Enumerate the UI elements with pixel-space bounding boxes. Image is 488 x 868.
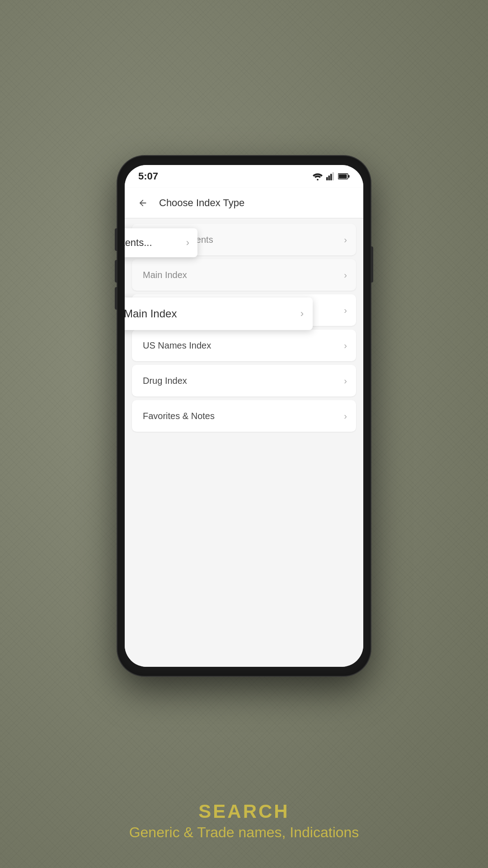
battery-icon bbox=[338, 173, 350, 180]
chevron-toc-icon: › bbox=[344, 235, 347, 245]
chevron-canadian-icon: › bbox=[344, 305, 347, 316]
back-button[interactable] bbox=[134, 194, 152, 212]
list-item-us-label: US Names Index bbox=[143, 340, 211, 351]
wifi-icon bbox=[313, 172, 323, 180]
app-header: Choose Index Type bbox=[125, 188, 363, 218]
svg-rect-3 bbox=[330, 174, 332, 180]
tooltip-toc[interactable]: Table of Contents... › bbox=[125, 228, 197, 257]
phone-screen: 5:07 bbox=[125, 165, 363, 667]
list-item-main-label: Main Index bbox=[143, 270, 187, 280]
svg-rect-4 bbox=[333, 172, 334, 180]
list-item-favorites-label: Favorites & Notes bbox=[143, 411, 215, 421]
list-item-favorites[interactable]: Favorites & Notes › bbox=[132, 400, 356, 432]
index-list: Table of Contents › Table of Contents...… bbox=[125, 218, 363, 437]
tooltip-toc-chevron-icon: › bbox=[186, 237, 189, 249]
back-arrow-icon bbox=[138, 198, 148, 208]
chevron-main-icon: › bbox=[344, 270, 347, 280]
chevron-drug-icon: › bbox=[344, 376, 347, 386]
content-area: Table of Contents › Table of Contents...… bbox=[125, 218, 363, 667]
tooltip-main-chevron-icon: › bbox=[300, 308, 304, 320]
list-item-us[interactable]: US Names Index › bbox=[132, 330, 356, 361]
svg-rect-2 bbox=[328, 175, 330, 180]
status-time: 5:07 bbox=[138, 170, 158, 182]
status-bar: 5:07 bbox=[125, 165, 363, 188]
tooltip-main-label: Main Index bbox=[125, 307, 177, 320]
chevron-us-icon: › bbox=[344, 340, 347, 351]
bottom-search-subtitle: Generic & Trade names, Indications bbox=[0, 824, 488, 841]
svg-rect-6 bbox=[339, 175, 347, 179]
status-icons bbox=[313, 172, 350, 180]
list-item-toc[interactable]: Table of Contents › Table of Contents...… bbox=[132, 224, 356, 255]
signal-icon bbox=[326, 172, 334, 180]
tooltip-toc-label: Table of Contents... bbox=[125, 237, 152, 249]
bottom-text-container: SEARCH Generic & Trade names, Indication… bbox=[0, 801, 488, 841]
svg-rect-7 bbox=[348, 175, 350, 178]
chevron-favorites-icon: › bbox=[344, 411, 347, 421]
list-item-main[interactable]: Main Index › Main Index › bbox=[132, 259, 356, 291]
phone-frame: 5:07 bbox=[117, 156, 371, 676]
page-title: Choose Index Type bbox=[159, 197, 354, 209]
tooltip-main[interactable]: Main Index › bbox=[125, 297, 313, 330]
bottom-search-title: SEARCH bbox=[0, 801, 488, 822]
svg-point-0 bbox=[317, 179, 319, 181]
list-item-drug[interactable]: Drug Index › bbox=[132, 365, 356, 396]
svg-rect-1 bbox=[326, 177, 328, 180]
list-item-drug-label: Drug Index bbox=[143, 376, 187, 386]
